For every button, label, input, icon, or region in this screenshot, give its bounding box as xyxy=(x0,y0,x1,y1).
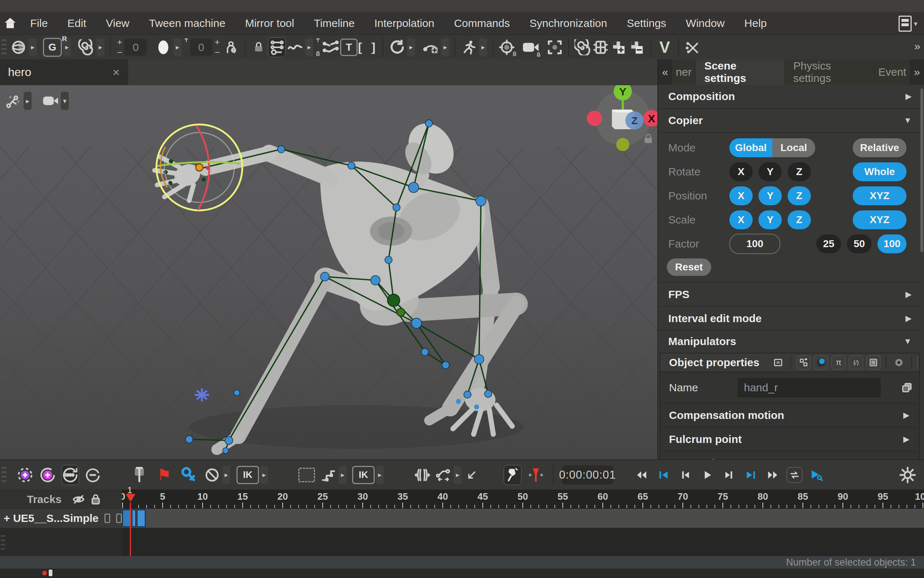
home-icon[interactable] xyxy=(0,12,20,34)
mode-global-button[interactable]: Global xyxy=(729,138,772,157)
copy-add-icon[interactable] xyxy=(610,37,628,57)
menu-item[interactable]: Synchronization xyxy=(519,12,617,34)
bone-curve-dropdown[interactable]: ▸ xyxy=(305,38,313,57)
position-y-button[interactable]: Y xyxy=(759,186,782,205)
panel-scrollbar[interactable] xyxy=(920,88,923,252)
position-xyz-button[interactable]: XYZ xyxy=(853,186,906,205)
object-name-input[interactable] xyxy=(737,378,881,398)
disable-icon[interactable] xyxy=(203,465,221,485)
global-mode-button[interactable]: G R xyxy=(43,37,62,57)
hide-tracks-eye-icon[interactable] xyxy=(73,494,85,505)
viewport-tab-hero[interactable]: hero × xyxy=(0,59,128,85)
pin-mini-icon[interactable] xyxy=(315,38,321,44)
list-icon[interactable] xyxy=(866,355,881,370)
scale-x-button[interactable]: X xyxy=(729,210,752,229)
scene-3d[interactable]: Z Y X xyxy=(0,59,657,459)
close-icon[interactable]: × xyxy=(112,65,120,80)
counter-left-value[interactable]: 0 xyxy=(125,39,147,56)
rig-display-icon[interactable] xyxy=(4,91,23,111)
mode-relative-button[interactable]: Relative xyxy=(853,138,906,157)
key-icon[interactable] xyxy=(180,465,198,485)
play-with-keys-button[interactable] xyxy=(808,467,824,483)
ellipse-tool-icon[interactable] xyxy=(154,37,172,57)
next-frame-button[interactable] xyxy=(721,467,737,483)
tab-physics-settings[interactable]: Physics settings xyxy=(785,59,875,85)
ellipse-tool-dropdown[interactable]: ▸ xyxy=(173,38,181,57)
fast-forward-button[interactable] xyxy=(765,467,781,483)
spiral-tool-icon[interactable] xyxy=(77,37,95,57)
corner-snap-icon[interactable] xyxy=(463,465,481,485)
menu-item[interactable]: Mirror tool xyxy=(235,12,304,34)
bone-curve-icon[interactable] xyxy=(286,37,304,57)
counter-left-stepper[interactable]: +− xyxy=(115,38,125,57)
add-keyframe-interval-icon[interactable] xyxy=(16,465,34,485)
rotate-whole-button[interactable]: Whole xyxy=(853,162,906,181)
stretch-interval-icon[interactable] xyxy=(413,465,432,485)
timeline-ruler[interactable]: 0510152025303540455055606570758085909510… xyxy=(122,490,924,509)
counter-right-value[interactable]: 0 xyxy=(190,39,212,56)
section-compensation-motion[interactable]: Compensation motion▶ xyxy=(660,404,919,428)
position-x-button[interactable]: X xyxy=(729,186,752,205)
remove-keyframe-icon[interactable] xyxy=(84,465,102,485)
animation-runner-dropdown[interactable]: ▸ xyxy=(479,38,487,57)
disable-dropdown[interactable]: ▸ xyxy=(222,466,230,484)
code-icon[interactable]: ⟨⁄⟩ xyxy=(849,355,863,370)
layout-switcher-icon[interactable]: ▾ xyxy=(898,16,918,32)
camera-orbit-dropdown[interactable]: ▸ xyxy=(29,38,37,57)
trajectory-lock-dropdown[interactable]: ▸ xyxy=(441,38,449,57)
frame-selected-icon[interactable] xyxy=(546,37,564,57)
viewport-camera-dropdown[interactable]: ▾ xyxy=(61,92,69,110)
tab-outliner-partial[interactable]: ner xyxy=(672,59,696,85)
ik-toggle-button[interactable]: IK xyxy=(236,465,259,485)
lock-icon[interactable] xyxy=(249,37,268,57)
camera-icon[interactable] xyxy=(522,37,540,57)
blend-mode-icon[interactable] xyxy=(814,355,829,370)
keyframe-block[interactable] xyxy=(137,510,146,527)
section-copier[interactable]: Copier▼ xyxy=(658,109,921,133)
menu-item[interactable]: Tween machine xyxy=(139,12,235,34)
play-button[interactable] xyxy=(699,467,715,483)
section-interval-edit-mode[interactable]: Interval edit mode▶ xyxy=(658,307,921,331)
validation-logo-icon[interactable]: V xyxy=(655,37,674,57)
spiral-tool-dropdown[interactable]: ▸ xyxy=(96,38,104,57)
playhead-handle[interactable] xyxy=(126,494,135,507)
rig-display-dropdown[interactable]: ▸ xyxy=(24,92,32,110)
scale-y-button[interactable]: Y xyxy=(759,210,782,229)
menu-item[interactable]: Window xyxy=(676,12,735,34)
tab-events-partial[interactable]: Event xyxy=(874,59,910,85)
ghost-grid-icon[interactable] xyxy=(592,37,610,57)
menu-item[interactable]: File xyxy=(20,12,57,34)
rotate-z-button[interactable]: Z xyxy=(788,162,811,181)
point-display-icon[interactable] xyxy=(892,355,906,370)
rotate-tool-icon[interactable] xyxy=(388,37,406,57)
trajectory-path-icon[interactable] xyxy=(434,465,453,485)
pi-expression-icon[interactable]: π xyxy=(831,355,846,370)
timecode-display[interactable]: 0:00:00:01 xyxy=(562,466,613,484)
section-manipulators[interactable]: Manipulators▼ xyxy=(658,331,921,352)
track-lane[interactable] xyxy=(122,509,924,528)
section-fulcrum-point[interactable]: Fulcrum point▶ xyxy=(660,428,919,452)
physics-spiral-icon[interactable] xyxy=(573,37,592,57)
track-expander[interactable]: + xyxy=(4,512,10,524)
rotate-tool-dropdown[interactable]: ▸ xyxy=(407,38,415,57)
rotate-x-button[interactable]: X xyxy=(729,162,752,181)
menu-item[interactable]: Timeline xyxy=(304,12,364,34)
nail-pin-icon[interactable] xyxy=(130,465,149,485)
lock-mini-icon[interactable] xyxy=(315,51,321,57)
brackets-icon[interactable]: [ ] xyxy=(358,37,378,57)
track-checkbox-1[interactable] xyxy=(104,513,110,523)
factor-preset-100[interactable]: 100 xyxy=(877,234,906,253)
tween-tracks-icon[interactable] xyxy=(268,37,286,57)
flag-marker-icon[interactable]: ⚑ xyxy=(155,465,173,485)
menu-item[interactable]: View xyxy=(96,12,139,34)
reset-button[interactable]: Reset xyxy=(667,258,711,276)
step-interpolation-icon[interactable] xyxy=(319,465,338,485)
rig-center-joint[interactable] xyxy=(387,294,400,307)
pin-playhead-icon[interactable] xyxy=(503,465,522,485)
rewind-button[interactable] xyxy=(634,467,650,483)
keyframe-block[interactable] xyxy=(132,510,136,527)
playhead-marker-icon[interactable] xyxy=(527,465,545,485)
interval-icon[interactable]: I xyxy=(917,355,920,370)
viewport-camera-icon[interactable] xyxy=(42,91,60,111)
trajectory-path-dropdown[interactable]: ▸ xyxy=(454,466,462,484)
